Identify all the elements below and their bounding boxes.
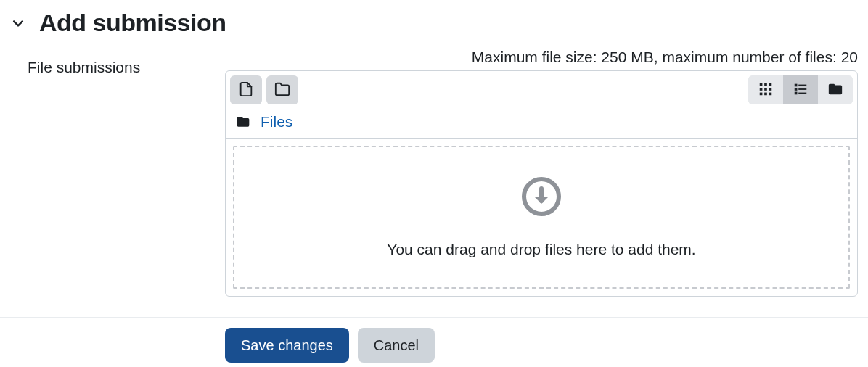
divider: [0, 317, 868, 318]
folder-icon: [274, 81, 290, 99]
svg-rect-1: [764, 83, 767, 86]
create-folder-button[interactable]: [266, 75, 298, 104]
dropzone-text: You can drag and drop files here to add …: [387, 241, 695, 258]
svg-rect-13: [795, 91, 798, 94]
svg-rect-10: [798, 84, 806, 86]
view-list-button[interactable]: [783, 75, 818, 104]
svg-rect-11: [795, 88, 798, 91]
save-button[interactable]: Save changes: [225, 328, 349, 363]
dropzone[interactable]: You can drag and drop files here to add …: [233, 146, 850, 289]
file-submissions-label: File submissions: [28, 49, 225, 76]
svg-rect-3: [760, 88, 763, 91]
cancel-button[interactable]: Cancel: [358, 328, 435, 363]
file-icon: [238, 81, 254, 99]
folder-solid-icon: [827, 81, 843, 99]
grid-icon: [758, 81, 774, 99]
file-limits-text: Maximum file size: 250 MB, maximum numbe…: [225, 49, 858, 66]
svg-rect-7: [764, 92, 767, 95]
view-tree-button[interactable]: [818, 75, 853, 104]
svg-rect-12: [798, 88, 806, 90]
add-file-button[interactable]: [230, 75, 262, 104]
svg-rect-5: [769, 88, 772, 91]
chevron-down-icon[interactable]: [10, 15, 26, 31]
filemanager-toolbar: [226, 71, 857, 109]
view-mode-group: [748, 75, 853, 104]
svg-rect-9: [795, 83, 798, 86]
folder-solid-icon: [236, 115, 250, 129]
list-icon: [793, 81, 808, 99]
svg-rect-8: [769, 92, 772, 95]
filemanager: Files You can drag and drop files here t…: [225, 70, 858, 297]
page-title: Add submission: [39, 9, 226, 37]
download-circle-icon: [521, 176, 562, 220]
svg-rect-6: [760, 92, 763, 95]
filemanager-breadcrumb: Files: [226, 109, 857, 138]
view-grid-button[interactable]: [748, 75, 783, 104]
svg-rect-0: [760, 83, 763, 86]
svg-rect-2: [769, 83, 772, 86]
svg-rect-14: [798, 92, 806, 94]
svg-rect-4: [764, 88, 767, 91]
breadcrumb-root-link[interactable]: Files: [261, 113, 292, 131]
